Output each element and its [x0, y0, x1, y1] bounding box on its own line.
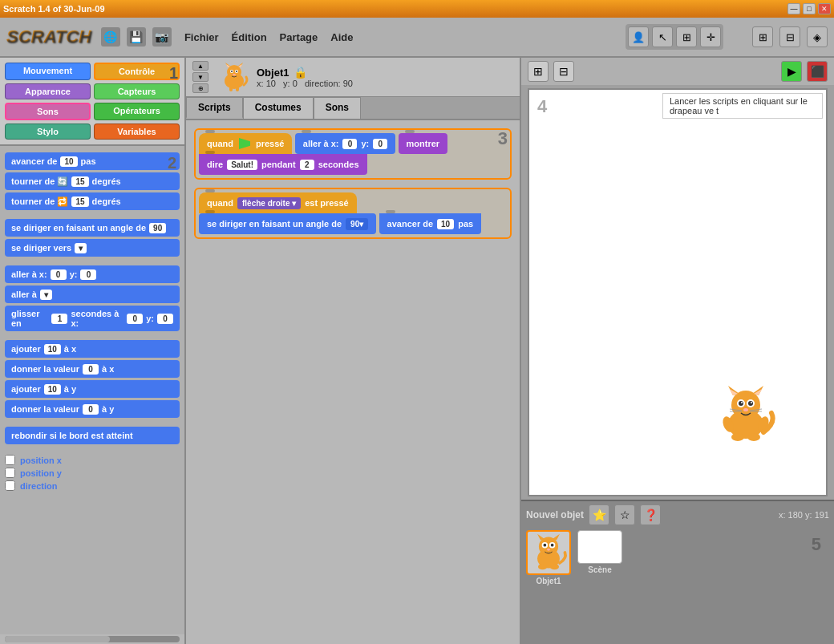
script-group-2: quand flèche droite ▾ est pressé se diri…: [194, 188, 512, 239]
block-diriger-angle-script[interactable]: se diriger en faisant un angle de 90▾: [199, 213, 376, 234]
svg-point-44: [550, 564, 559, 569]
checkbox-input-dir[interactable]: [5, 480, 15, 491]
checkbox-input-y[interactable]: [5, 468, 15, 478]
svg-point-42: [547, 549, 550, 551]
menu-fichier[interactable]: Fichier: [184, 31, 219, 43]
scripts-area: quand pressé aller à x: 0 y: 0 montrer d…: [186, 120, 520, 644]
center-panel: ▲ ▼ ⊕: [186, 58, 521, 644]
menu-aide[interactable]: Aide: [330, 31, 353, 43]
checkbox-direction[interactable]: direction: [5, 480, 180, 491]
sprite-toolbar-label: Nouvel objet: [526, 509, 584, 520]
block-ajouter-x[interactable]: ajouter 10 à x: [5, 340, 180, 358]
toolbar-btn-cross[interactable]: ✛: [700, 26, 721, 47]
globe-icon[interactable]: 🌐: [101, 27, 120, 47]
toolbar-btn-person[interactable]: 👤: [628, 26, 649, 47]
object-name: Objet1: [257, 67, 289, 79]
menu-partage[interactable]: Partage: [280, 31, 318, 43]
cat-apparence[interactable]: Apparence: [5, 83, 91, 99]
sprite-name-objet1: Objet1: [536, 577, 561, 585]
object-header: ▲ ▼ ⊕: [186, 58, 520, 97]
sprite-tool-star2[interactable]: ☆: [614, 504, 635, 525]
block-tourner2[interactable]: tourner de 🔁 15 degrés: [5, 192, 180, 210]
categories: Mouvement Contrôle Apparence Capteurs So…: [0, 58, 184, 146]
minimize-button[interactable]: —: [787, 3, 800, 14]
block-aller-xy[interactable]: aller à x: 0 y: 0: [5, 265, 180, 283]
block-ajouter-y[interactable]: ajouter 10 à y: [5, 380, 180, 398]
block-diriger-vers[interactable]: se diriger vers ▾: [5, 239, 180, 257]
block-tourner1[interactable]: tourner de 🔄 15 degrés: [5, 172, 180, 190]
cat-controle[interactable]: Contrôle: [94, 63, 180, 80]
toolbar-group: 👤 ↖ ⊞ ✛: [626, 24, 723, 50]
toolbar-btn-extra3[interactable]: ◈: [807, 26, 828, 47]
label-position-x: position x: [20, 456, 62, 465]
block-avancer[interactable]: avancer de 10 pas: [5, 152, 180, 170]
cat-capteurs[interactable]: Capteurs: [94, 83, 180, 99]
save-icon[interactable]: 💾: [127, 27, 146, 47]
toolbar-extra1[interactable]: ⊞: [528, 61, 549, 82]
menubar: SCRATCH 🌐 💾 📷 Fichier Édition Partage Ai…: [0, 18, 834, 58]
sprite-item-objet1[interactable]: Objet1: [526, 530, 571, 585]
maximize-button[interactable]: □: [803, 3, 816, 14]
block-avancer-script[interactable]: avancer de 10 pas: [379, 213, 482, 234]
cat-sons[interactable]: Sons: [5, 103, 91, 120]
nav-down[interactable]: ▼: [192, 72, 208, 82]
titlebar-title: Scratch 1.4 of 30-Jun-09: [3, 4, 105, 14]
nav-buttons: ▲ ▼ ⊕: [192, 61, 208, 93]
block-aller[interactable]: aller à ▾: [5, 286, 180, 303]
nav-up[interactable]: ▲: [192, 61, 208, 71]
camera-icon[interactable]: 📷: [152, 27, 172, 47]
block-rebondir[interactable]: rebondir si le bord est atteint: [5, 427, 180, 444]
titlebar-controls: — □ ✕: [787, 3, 831, 14]
menu-edition[interactable]: Édition: [232, 31, 267, 43]
cat-operateurs[interactable]: Opérateurs: [94, 103, 180, 120]
svg-point-40: [544, 544, 547, 547]
scrollbar[interactable]: [5, 636, 180, 642]
toolbar-btn-grid[interactable]: ⊞: [676, 26, 697, 47]
nav-arrows[interactable]: ⊕: [192, 83, 208, 93]
label-direction: direction: [20, 481, 57, 491]
green-flag-button[interactable]: ▶: [781, 61, 802, 82]
scrollbar-thumb[interactable]: [5, 636, 110, 642]
sprite-tool-help[interactable]: ❓: [640, 504, 661, 525]
titlebar: Scratch 1.4 of 30-Jun-09 — □ ✕: [0, 0, 834, 18]
sprite-preview: [218, 61, 250, 93]
sprite-coords: x: 180 y: 191: [779, 510, 829, 520]
object-coords: x: 10 y: 0 direction: 90: [257, 79, 353, 88]
close-button[interactable]: ✕: [818, 3, 831, 14]
tab-costumes[interactable]: Costumes: [243, 97, 314, 119]
stop-button[interactable]: ⬛: [807, 61, 828, 82]
stage[interactable]: Lancer les scripts en cliquant sur le dr…: [528, 88, 828, 496]
menu-items: Fichier Édition Partage Aide: [184, 31, 354, 43]
sprite-thumb-scene: [577, 530, 622, 564]
sprite-toolbar: Nouvel objet ⭐ ☆ ❓ x: 180 y: 191: [526, 504, 829, 525]
tab-scripts[interactable]: Scripts: [186, 97, 243, 119]
checkbox-position-x[interactable]: position x: [5, 455, 180, 465]
svg-point-25: [743, 408, 748, 411]
block-aller-xy-1[interactable]: aller à x: 0 y: 0: [295, 133, 395, 154]
toolbar-btn-extra2[interactable]: ⊟: [779, 26, 800, 47]
toolbar-btn-extra1[interactable]: ⊞: [752, 26, 773, 47]
cat-variables[interactable]: Variables: [94, 124, 180, 140]
toolbar-btn-cursor[interactable]: ↖: [652, 26, 673, 47]
block-when-key[interactable]: quand flèche droite ▾ est pressé: [199, 192, 357, 213]
toolbar-extra2[interactable]: ⊟: [553, 61, 574, 82]
svg-point-8: [231, 71, 233, 72]
sprite-panel: Nouvel objet ⭐ ☆ ❓ x: 180 y: 191: [521, 500, 834, 644]
sprite-item-scene[interactable]: Scène: [577, 530, 622, 574]
sprite-tool-star1[interactable]: ⭐: [589, 504, 609, 525]
block-glisser[interactable]: glisser en 1 secondes à x: 0 y: 0: [5, 306, 180, 331]
block-donner-x[interactable]: donner la valeur 0 à x: [5, 360, 180, 378]
sprite-name-scene: Scène: [588, 565, 611, 574]
block-montrer[interactable]: montrer: [399, 133, 448, 154]
checkbox-input-x[interactable]: [5, 455, 15, 465]
label-position-y: position y: [20, 468, 62, 478]
block-donner-y[interactable]: donner la valeur 0 à y: [5, 400, 180, 418]
object-info: Objet1 🔒 x: 10 y: 0 direction: 90: [257, 66, 353, 88]
block-dire[interactable]: dire Salut! pendant 2 secondes: [199, 154, 367, 175]
cat-stylo[interactable]: Stylo: [5, 124, 91, 140]
tab-sons[interactable]: Sons: [314, 97, 361, 119]
block-diriger-angle[interactable]: se diriger en faisant un angle de 90: [5, 219, 180, 237]
svg-point-31: [747, 433, 760, 441]
checkbox-position-y[interactable]: position y: [5, 468, 180, 478]
cat-mouvement[interactable]: Mouvement: [5, 63, 91, 80]
